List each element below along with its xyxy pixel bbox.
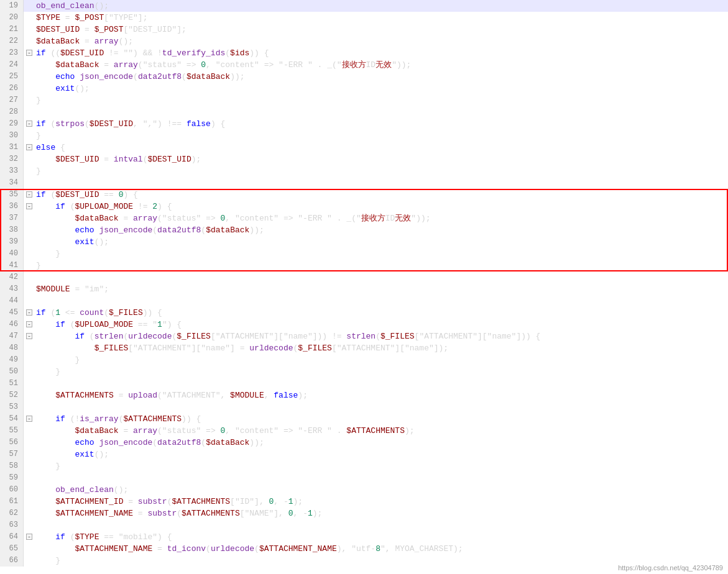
fold-icon[interactable]: -: [24, 201, 34, 212]
line-number: 51: [0, 378, 24, 390]
fold-box[interactable]: -: [26, 416, 32, 422]
fold-box[interactable]: -: [26, 191, 32, 198]
fold-icon: [24, 212, 34, 224]
line-row: 32 $DEST_UID = intval($DEST_UID);: [0, 153, 728, 165]
code-editor: 19ob_end_clean();20$TYPE = $_POST["TYPE"…: [0, 0, 728, 574]
line-row: 57 exit();: [0, 449, 728, 460]
fold-icon: [24, 543, 34, 555]
fold-icon: [24, 0, 34, 12]
fold-box[interactable]: -: [26, 50, 32, 56]
fold-icon: [24, 83, 34, 94]
line-number: 55: [0, 425, 24, 437]
line-number: 44: [0, 295, 24, 307]
fold-icon: [24, 460, 34, 472]
line-number: 52: [0, 390, 24, 401]
line-row: 38 echo json_encode(data2utf8($dataBack)…: [0, 224, 728, 236]
line-number: 32: [0, 153, 24, 165]
line-row: 64- if ($TYPE == "mobile") {: [0, 531, 728, 543]
fold-icon: [24, 94, 34, 106]
line-row: 24 $dataBack = array("status" => 0, "con…: [0, 59, 728, 71]
line-number: 61: [0, 496, 24, 508]
fold-icon: [24, 519, 34, 531]
fold-icon: [24, 271, 34, 283]
fold-box[interactable]: -: [26, 309, 32, 316]
watermark: https://blog.csdn.net/qq_42304789: [618, 564, 723, 572]
code-line-content: }: [34, 94, 728, 106]
fold-box[interactable]: -: [26, 121, 32, 127]
fold-icon: [24, 130, 34, 142]
fold-box[interactable]: -: [26, 321, 32, 327]
code-line-content: [34, 519, 728, 531]
line-number: 45: [0, 307, 24, 319]
fold-icon[interactable]: -: [24, 118, 34, 130]
fold-icon[interactable]: -: [24, 330, 34, 342]
line-row: 42: [0, 271, 728, 283]
code-line-content: if ($UPLOAD_MODE == "1") {: [34, 319, 728, 330]
line-number: 43: [0, 283, 24, 295]
fold-icon[interactable]: -: [24, 413, 34, 425]
fold-icon: [24, 496, 34, 508]
code-line-content: }: [34, 260, 728, 271]
line-row: 56 echo json_encode(data2utf8($dataBack)…: [0, 437, 728, 449]
line-number: 56: [0, 437, 24, 449]
line-number: 60: [0, 484, 24, 496]
code-line-content: if (strpos($DEST_UID, ",") !== false) {: [34, 118, 728, 130]
line-number: 48: [0, 342, 24, 354]
line-number: 20: [0, 12, 24, 24]
fold-icon[interactable]: -: [24, 319, 34, 330]
fold-icon: [24, 24, 34, 35]
code-line-content: ob_end_clean();: [34, 484, 728, 496]
line-row: 55 $dataBack = array("status" => 0, "con…: [0, 425, 728, 437]
line-number: 53: [0, 401, 24, 413]
line-number: 36: [0, 201, 24, 212]
line-number: 49: [0, 354, 24, 366]
fold-icon: [24, 248, 34, 260]
code-line-content: $_FILES["ATTACHMENT"]["name"] = urldecod…: [34, 342, 728, 354]
line-row: 41}: [0, 260, 728, 271]
code-line-content: if (strlen(urldecode($_FILES["ATTACHMENT…: [34, 330, 728, 342]
line-number: 59: [0, 472, 24, 484]
line-row: 30}: [0, 130, 728, 142]
line-row: 39 exit();: [0, 236, 728, 248]
fold-icon: [24, 390, 34, 401]
code-line-content: if (!is_array($ATTACHMENTS)) {: [34, 413, 728, 425]
line-number: 57: [0, 449, 24, 460]
line-number: 31: [0, 142, 24, 153]
code-line-content: }: [34, 165, 728, 177]
fold-icon[interactable]: -: [24, 142, 34, 153]
line-row: 62 $ATTACHMENT_NAME = substr($ATTACHMENT…: [0, 508, 728, 519]
fold-box[interactable]: -: [26, 144, 32, 150]
line-row: 65 $ATTACHMENT_NAME = td_iconv(urldecode…: [0, 543, 728, 555]
line-row: 61 $ATTACHMENT_ID = substr($ATTACHMENTS[…: [0, 496, 728, 508]
fold-icon: [24, 449, 34, 460]
code-line-content: }: [34, 354, 728, 366]
line-row: 35-if ($DEST_UID == 0) {: [0, 189, 728, 201]
code-line-content: [34, 295, 728, 307]
line-number: 30: [0, 130, 24, 142]
line-row: 63: [0, 519, 728, 531]
fold-icon[interactable]: -: [24, 307, 34, 319]
line-row: 33}: [0, 165, 728, 177]
line-number: 40: [0, 248, 24, 260]
code-line-content: $DEST_UID = intval($DEST_UID);: [34, 153, 728, 165]
line-row: 47- if (strlen(urldecode($_FILES["ATTACH…: [0, 330, 728, 342]
fold-box[interactable]: -: [26, 203, 32, 209]
line-number: 39: [0, 236, 24, 248]
line-row: 40 }: [0, 248, 728, 260]
fold-icon: [24, 401, 34, 413]
fold-icon: [24, 35, 34, 47]
line-number: 62: [0, 508, 24, 519]
fold-icon[interactable]: -: [24, 47, 34, 59]
code-line-content: if (($DEST_UID != "") && !td_verify_ids(…: [34, 47, 728, 59]
fold-box[interactable]: -: [26, 534, 32, 540]
line-row: 60 ob_end_clean();: [0, 484, 728, 496]
fold-icon: [24, 437, 34, 449]
fold-box[interactable]: -: [26, 333, 32, 339]
line-row: 43$MODULE = "im";: [0, 283, 728, 295]
fold-icon[interactable]: -: [24, 189, 34, 201]
line-row: 23-if (($DEST_UID != "") && !td_verify_i…: [0, 47, 728, 59]
code-line-content: exit();: [34, 83, 728, 94]
code-line-content: [34, 378, 728, 390]
fold-icon[interactable]: -: [24, 531, 34, 543]
code-line-content: if ($DEST_UID == 0) {: [34, 189, 728, 201]
